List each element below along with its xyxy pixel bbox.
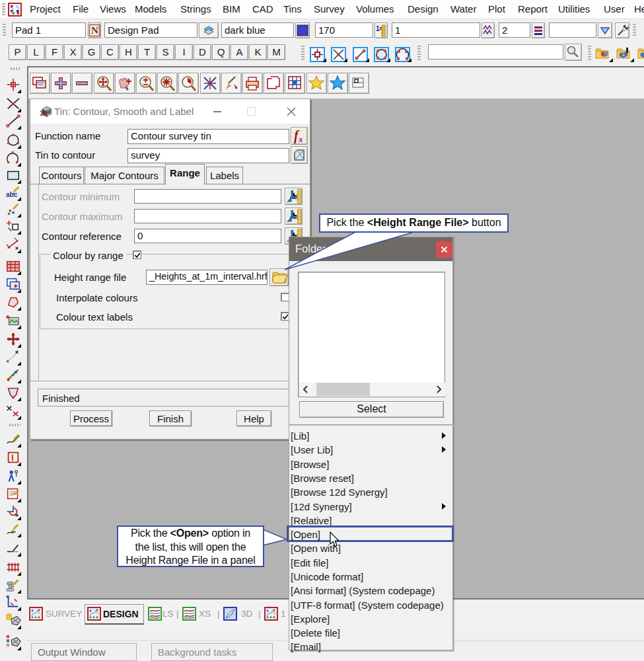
svg-text:z: z	[379, 25, 382, 31]
svg-text:x: x	[298, 134, 303, 144]
svg-text:12: 12	[40, 110, 48, 117]
svg-text:abc: abc	[6, 191, 18, 198]
svg-text:N: N	[91, 25, 98, 36]
svg-text:I: I	[11, 453, 13, 463]
